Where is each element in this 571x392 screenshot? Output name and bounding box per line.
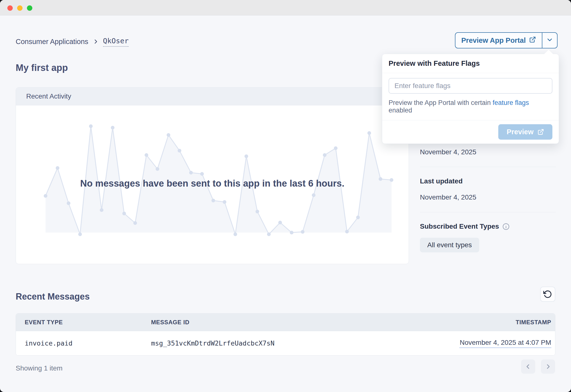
- table-header-row: EVENT TYPE MESSAGE ID TIMESTAMP: [16, 313, 555, 331]
- feature-flags-popover: Preview with Feature Flags Preview the A…: [382, 54, 559, 144]
- column-header-message-id: MESSAGE ID: [142, 319, 399, 326]
- popover-caption: Preview the App Portal with certain feat…: [389, 99, 552, 114]
- preview-app-portal-label: Preview App Portal: [461, 36, 526, 44]
- app-window: Consumer Applications QkOser Preview App…: [0, 0, 571, 392]
- refresh-icon: [543, 290, 552, 299]
- preview-button-label: Preview: [507, 128, 534, 136]
- details-divider: [420, 167, 556, 167]
- no-messages-text: No messages have been sent to this app i…: [16, 178, 409, 189]
- page-title: My first app: [16, 63, 68, 73]
- breadcrumb: Consumer Applications QkOser: [16, 36, 129, 47]
- preview-button[interactable]: Preview: [498, 124, 552, 140]
- previous-page-button[interactable]: [521, 360, 535, 374]
- next-page-button[interactable]: [541, 360, 555, 374]
- breadcrumb-current-app-id[interactable]: QkOser: [103, 37, 129, 47]
- preview-app-portal-button[interactable]: Preview App Portal: [455, 33, 542, 48]
- feature-flags-input[interactable]: [389, 78, 552, 94]
- recent-messages-table: EVENT TYPE MESSAGE ID TIMESTAMP invoice.…: [16, 313, 555, 356]
- feature-flags-link[interactable]: feature flags: [493, 99, 529, 106]
- column-header-timestamp: TIMESTAMP: [399, 319, 555, 326]
- message-id-cell: msg_351vcKmDtrdW2LrfeUadcbcX7sN: [142, 339, 399, 347]
- subscribed-event-types-text: Subscribed Event Types: [420, 223, 499, 230]
- event-type-cell: invoice.paid: [16, 339, 142, 347]
- popover-footer: Preview: [382, 120, 559, 143]
- refresh-button[interactable]: [540, 287, 555, 302]
- close-window-icon[interactable]: [7, 5, 13, 11]
- column-header-event-type: EVENT TYPE: [16, 319, 142, 326]
- chevron-down-icon: [546, 36, 553, 44]
- recent-activity-chart-area: No messages have been sent to this app i…: [16, 105, 409, 264]
- details-divider: [420, 212, 556, 212]
- timestamp-link[interactable]: November 4, 2025 at 4:07 PM: [460, 339, 551, 348]
- external-link-icon: [529, 36, 536, 45]
- caption-text-after: enabled: [389, 107, 412, 114]
- last-updated-label: Last updated: [420, 177, 556, 185]
- table-row[interactable]: invoice.paid msg_351vcKmDtrdW2LrfeUadcbc…: [16, 331, 555, 355]
- timestamp-cell: November 4, 2025 at 4:07 PM: [399, 339, 555, 348]
- chevron-right-icon: [93, 39, 99, 44]
- showing-items-count: Showing 1 item: [16, 364, 62, 372]
- chevron-left-icon: [525, 363, 532, 370]
- chevron-right-icon: [544, 363, 552, 370]
- subscribed-event-types-label: Subscribed Event Types: [420, 223, 556, 230]
- all-event-types-badge: All event types: [420, 238, 479, 252]
- caption-text-before: Preview the App Portal with certain: [389, 99, 493, 106]
- recent-messages-title: Recent Messages: [16, 292, 90, 302]
- zoom-window-icon[interactable]: [27, 5, 32, 11]
- title-bar: [0, 0, 571, 15]
- info-icon[interactable]: [502, 223, 510, 230]
- created-on-value: November 4, 2025: [420, 148, 556, 156]
- breadcrumb-root-link[interactable]: Consumer Applications: [16, 38, 88, 46]
- preview-options-toggle[interactable]: [542, 33, 557, 48]
- popover-title: Preview with Feature Flags: [382, 54, 559, 73]
- recent-activity-title: Recent Activity: [26, 92, 71, 100]
- minimize-window-icon[interactable]: [17, 5, 23, 11]
- preview-app-portal-split-button: Preview App Portal: [455, 32, 557, 48]
- recent-activity-card: Recent Activity No messages have been se…: [16, 87, 409, 264]
- recent-activity-header: Recent Activity: [16, 87, 409, 105]
- external-link-icon: [538, 129, 544, 135]
- last-updated-value: November 4, 2025: [420, 194, 556, 201]
- app-details-panel: Created on November 4, 2025 Last updated…: [420, 132, 556, 252]
